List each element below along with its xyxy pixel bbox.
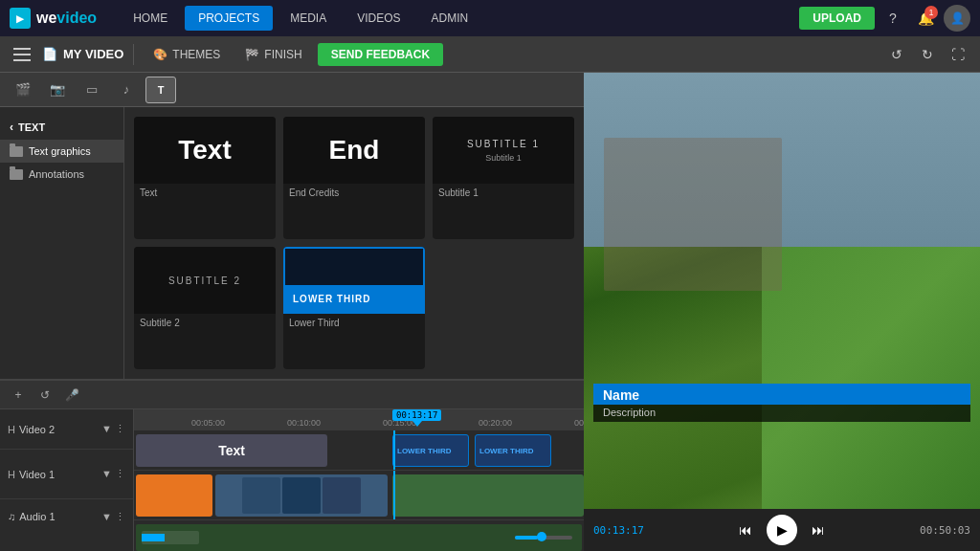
undo-timeline-button[interactable]: ↺ <box>34 385 56 406</box>
annotations-label: Annotations <box>29 168 84 180</box>
template-subtitle2[interactable]: SUBTITLE 2 Subtitle 2 <box>134 247 276 369</box>
template-subtitle2-label: Subtitle 2 <box>134 314 276 332</box>
folder-icon <box>10 146 23 157</box>
template-subtitle1[interactable]: SUBTITLE 1 Subtitle 1 Subtitle 1 <box>433 117 574 239</box>
media-tab-crop[interactable]: ▭ <box>77 77 107 103</box>
audio1-more-icon[interactable]: ⋮ <box>115 511 125 523</box>
playhead <box>393 430 395 470</box>
text-clip[interactable]: Text <box>136 434 327 467</box>
nav-videos[interactable]: VIDEOS <box>344 6 413 31</box>
aerial-clip[interactable] <box>392 474 584 517</box>
nav-home[interactable]: HOME <box>120 6 181 31</box>
user-avatar[interactable]: 👤 <box>944 5 970 32</box>
send-feedback-button[interactable]: SEND FEEDBACK <box>318 43 443 66</box>
lower-third-clip-1[interactable]: LOWER THIRD <box>392 434 469 467</box>
sidebar-item-text-graphics[interactable]: Text graphics <box>0 140 123 163</box>
panel-title: TEXT <box>18 121 45 133</box>
audio-waveform <box>142 531 199 544</box>
video1-more-icon[interactable]: ⋮ <box>115 468 125 480</box>
playhead-arrow <box>412 421 422 427</box>
audio1-settings-icon[interactable]: ▼ <box>101 511 112 522</box>
volume-fill <box>515 536 538 540</box>
lower-third-overlay: Name Description <box>593 384 970 422</box>
lower-third-clip-2[interactable]: LOWER THIRD <box>475 434 551 467</box>
template-lower-third-label: Lower Third <box>283 314 425 332</box>
project-name-container: 📄 MY VIDEO <box>42 47 123 61</box>
redo-button[interactable]: ↻ <box>915 42 940 67</box>
subtitle1-preview: SUBTITLE 1 <box>467 139 540 149</box>
nav-projects[interactable]: PROJECTS <box>185 6 273 31</box>
back-button[interactable]: ‹ TEXT <box>0 115 123 140</box>
duration-display: 00:50:03 <box>920 524 970 537</box>
video2-expand[interactable]: H <box>8 424 15 435</box>
timeline-area: + ↺ 🎤 H Video 2 ▼ ⋮ H <box>0 379 584 551</box>
templates-grid: Text Text End End Credits SUBTITLE 1 Sub… <box>124 107 584 379</box>
themes-icon: 🎨 <box>153 48 167 61</box>
finish-button[interactable]: 🏁 FINISH <box>235 43 311 66</box>
media-tab-text[interactable]: T <box>145 77 176 103</box>
sidebar-item-annotations[interactable]: Annotations <box>0 163 123 186</box>
person-thumb-3 <box>323 477 361 514</box>
audio-clip[interactable] <box>136 524 582 551</box>
template-text-label: Text <box>134 184 276 202</box>
video1-expand[interactable]: H <box>8 469 15 480</box>
logo-icon: ▶ <box>10 8 31 29</box>
notification-badge: 1 <box>924 6 938 19</box>
person-thumb-1 <box>242 477 280 514</box>
video1-label-text: Video 1 <box>19 469 55 480</box>
main-area: 🎬 📷 ▭ ♪ T ‹ TEXT Text graphics Annot <box>0 73 980 551</box>
toolbar-right-icons: ↺ ↻ ⛶ <box>884 42 970 67</box>
audio1-label-text: Audio 1 <box>19 511 55 522</box>
project-title: MY VIDEO <box>63 47 123 61</box>
ruler-mark-20: 00:20:00 <box>479 418 512 428</box>
track-labels: H Video 2 ▼ ⋮ H Video 1 ▼ ⋮ <box>0 409 134 551</box>
template-subtitle1-thumb: SUBTITLE 1 Subtitle 1 <box>433 117 574 184</box>
template-end-credits[interactable]: End End Credits <box>283 117 425 239</box>
audio1-track-label: ♫ Audio 1 ▼ ⋮ <box>0 499 133 534</box>
media-tab-media[interactable]: 🎬 <box>8 77 38 103</box>
upload-button[interactable]: UPLOAD <box>799 7 875 30</box>
playhead-time-label: 00:13:17 <box>392 409 441 421</box>
video1-track <box>134 471 584 520</box>
volume-slider[interactable] <box>515 536 572 540</box>
mic-button[interactable]: 🎤 <box>61 385 82 406</box>
fullscreen-button[interactable]: ⛶ <box>946 42 970 67</box>
media-tab-audio[interactable]: ♪ <box>111 77 142 103</box>
undo-button[interactable]: ↺ <box>884 42 909 67</box>
current-time-display: 00:13:17 <box>593 524 644 537</box>
template-text[interactable]: Text Text <box>134 117 276 239</box>
video2-track: Text LOWER THIRD LOWER THIRD Lower Third <box>134 430 584 471</box>
timeline-ruler: 00:05:00 00:10:00 00:15:00 00:20:00 00:2… <box>134 409 584 430</box>
person-clip[interactable] <box>215 474 388 517</box>
template-end-thumb: End <box>283 117 425 184</box>
skip-back-button[interactable]: ⏮ <box>732 517 759 543</box>
nav-media[interactable]: MEDIA <box>277 6 340 31</box>
template-text-thumb: Text <box>134 117 276 184</box>
template-lower-third[interactable]: LOWER THIRD Lower Third <box>283 247 425 369</box>
video2-more-icon[interactable]: ⋮ <box>115 423 125 435</box>
media-toolbar: 🎬 📷 ▭ ♪ T <box>0 73 584 107</box>
right-panel: Name Description 00:13:17 ⏮ ▶ ⏭ 00:50:03 <box>584 73 980 551</box>
skip-forward-button[interactable]: ⏭ <box>805 517 832 543</box>
template-subtitle1-label: Subtitle 1 <box>433 184 574 202</box>
video1-settings-icon[interactable]: ▼ <box>101 468 112 480</box>
add-track-button[interactable]: + <box>8 385 29 406</box>
orange-clip[interactable] <box>136 474 212 517</box>
project-icon: 📄 <box>42 47 57 61</box>
play-button[interactable]: ▶ <box>767 515 797 545</box>
nav-admin[interactable]: ADMIN <box>418 6 482 31</box>
lt-clip1-label: LOWER THIRD <box>397 447 451 455</box>
notifications-button[interactable]: 🔔 1 <box>911 4 940 33</box>
audio1-track <box>134 520 584 551</box>
media-tab-video[interactable]: 📷 <box>42 77 73 103</box>
video2-settings-icon[interactable]: ▼ <box>101 423 112 435</box>
help-button[interactable]: ? <box>879 4 907 33</box>
video2-track-label: H Video 2 ▼ ⋮ <box>0 409 133 450</box>
hamburger-menu[interactable] <box>10 41 36 68</box>
folder-icon-2 <box>10 169 23 180</box>
volume-thumb[interactable] <box>537 532 546 541</box>
lower-third-preview: LOWER THIRD <box>293 294 371 304</box>
text-preview-label: Text <box>178 135 232 165</box>
text-panel: ‹ TEXT Text graphics Annotations Text <box>0 107 584 379</box>
themes-button[interactable]: 🎨 THEMES <box>144 43 230 66</box>
